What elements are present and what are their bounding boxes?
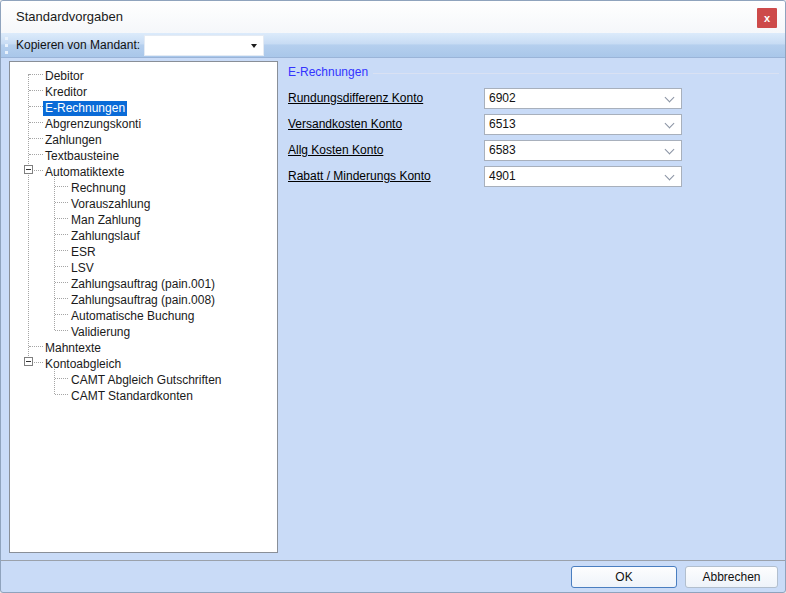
close-icon[interactable]: x — [757, 8, 777, 28]
tree-connector — [29, 346, 43, 347]
chevron-down-icon — [665, 119, 675, 129]
tree-item-zahlungsauftrag-pain-001[interactable]: Zahlungsauftrag (pain.001) — [10, 274, 277, 290]
tree-item-automatische-buchung[interactable]: Automatische Buchung — [10, 306, 277, 322]
group-header: E-Rechnungen — [288, 65, 779, 79]
field-row-rundungsdifferenz-konto: Rundungsdifferenz Konto6902 — [288, 88, 779, 109]
field-row-versandkosten-konto: Versandkosten Konto6513 — [288, 114, 779, 135]
tree-item-man-zahlung[interactable]: Man Zahlung — [10, 210, 277, 226]
tree-item-kontoabgleich[interactable]: Kontoabgleich — [10, 354, 277, 370]
tree-connector — [29, 154, 43, 155]
tree-connector — [55, 250, 68, 251]
window-title: Standardvorgaben — [16, 1, 123, 32]
field-label-link[interactable]: Rabatt / Minderungs Konto — [288, 169, 431, 183]
tree-item-mahntexte[interactable]: Mahntexte — [10, 338, 277, 354]
tree-item-esr[interactable]: ESR — [10, 242, 277, 258]
tree-connector — [55, 378, 68, 379]
field-label-link[interactable]: Rundungsdifferenz Konto — [288, 91, 423, 105]
tree-connector — [55, 186, 68, 187]
copy-from-client-combobox[interactable] — [144, 35, 264, 56]
tree-connector — [29, 90, 43, 91]
account-value: 4901 — [489, 169, 516, 183]
tree-item-vorauszahlung[interactable]: Vorauszahlung — [10, 194, 277, 210]
account-combobox-allg-kosten-konto[interactable]: 6583 — [484, 140, 682, 161]
tree-connector — [55, 394, 68, 395]
tree-connector — [55, 202, 68, 203]
account-combobox-rundungsdifferenz-konto[interactable]: 6902 — [484, 88, 682, 109]
field-row-allg-kosten-konto: Allg Kosten Konto6583 — [288, 140, 779, 161]
field-label-link[interactable]: Allg Kosten Konto — [288, 143, 383, 157]
tree-connector — [29, 138, 43, 139]
tree-item-rechnung[interactable]: Rechnung — [10, 178, 277, 194]
tree-connector — [29, 122, 43, 123]
account-value: 6583 — [489, 143, 516, 157]
tree-connector — [55, 218, 68, 219]
tree-item-e-rechnungen[interactable]: E-Rechnungen — [10, 98, 277, 114]
field-label-link[interactable]: Versandkosten Konto — [288, 117, 402, 131]
account-combobox-versandkosten-konto[interactable]: 6513 — [484, 114, 682, 135]
titlebar: Standardvorgaben x — [1, 1, 785, 33]
footer-separator — [1, 560, 785, 561]
tree-connector — [55, 330, 68, 331]
chevron-down-icon — [665, 93, 675, 103]
settings-tree: DebitorKreditorE-RechnungenAbgrenzungsko… — [9, 61, 278, 553]
tree-item-abgrenzungskonti[interactable]: Abgrenzungskonti — [10, 114, 277, 130]
tree-item-textbausteine[interactable]: Textbausteine — [10, 146, 277, 162]
field-row-rabatt-minderungs-konto: Rabatt / Minderungs Konto4901 — [288, 166, 779, 187]
collapse-minus-icon[interactable] — [24, 357, 33, 366]
tree-item-validierung[interactable]: Validierung — [10, 322, 277, 338]
tree-connector — [55, 314, 68, 315]
tree-item-zahlungsauftrag-pain-008[interactable]: Zahlungsauftrag (pain.008) — [10, 290, 277, 306]
toolbar: Kopieren von Mandant: — [1, 33, 785, 58]
standardvorgaben-dialog: Standardvorgaben x Kopieren von Mandant:… — [0, 0, 786, 593]
tree-item-automatiktexte[interactable]: Automatiktexte — [10, 162, 277, 178]
tree-item-zahlungslauf[interactable]: Zahlungslauf — [10, 226, 277, 242]
tree-item-kreditor[interactable]: Kreditor — [10, 82, 277, 98]
toolbar-grip-icon — [5, 37, 8, 54]
tree-item-camt-standardkonten[interactable]: CAMT Standardkonten — [10, 386, 277, 402]
chevron-down-icon — [665, 145, 675, 155]
e-rechnungen-panel: E-Rechnungen Rundungsdifferenz Konto6902… — [288, 61, 779, 553]
group-header-title: E-Rechnungen — [288, 65, 368, 79]
tree-item-debitor[interactable]: Debitor — [10, 66, 277, 82]
group-header-rule — [373, 73, 779, 74]
tree-connector — [55, 298, 68, 299]
tree-item-camt-abgleich-gutschriften[interactable]: CAMT Abgleich Gutschriften — [10, 370, 277, 386]
chevron-down-icon — [665, 171, 675, 181]
dropdown-arrow-icon — [251, 44, 257, 48]
tree-item-zahlungen[interactable]: Zahlungen — [10, 130, 277, 146]
collapse-minus-icon[interactable] — [24, 165, 33, 174]
account-value: 6513 — [489, 117, 516, 131]
copy-from-client-label: Kopieren von Mandant: — [16, 38, 140, 52]
tree-connector — [55, 266, 68, 267]
cancel-button[interactable]: Abbrechen — [685, 566, 778, 588]
ok-button[interactable]: OK — [571, 566, 677, 588]
tree-item-label: CAMT Standardkonten — [69, 389, 195, 404]
tree-connector — [55, 234, 68, 235]
tree-connector — [55, 282, 68, 283]
tree-connector — [29, 106, 43, 107]
tree-connector — [29, 74, 43, 75]
account-combobox-rabatt-minderungs-konto[interactable]: 4901 — [484, 166, 682, 187]
tree-item-lsv[interactable]: LSV — [10, 258, 277, 274]
account-value: 6902 — [489, 91, 516, 105]
